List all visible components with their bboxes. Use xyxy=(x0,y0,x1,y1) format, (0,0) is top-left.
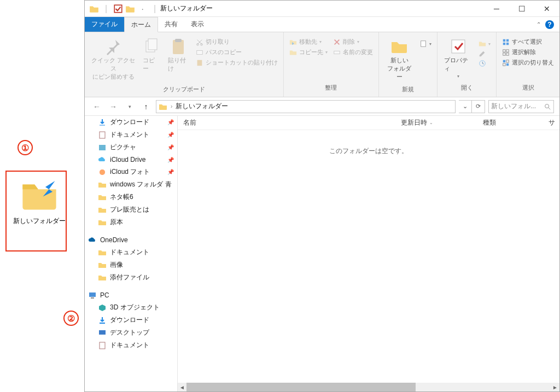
desktop-folder-label: 新しいフォルダー xyxy=(13,217,66,226)
paste-button[interactable]: 貼り付け xyxy=(167,36,190,75)
svg-rect-30 xyxy=(89,292,96,297)
svg-point-29 xyxy=(100,169,105,175)
address-folder-icon xyxy=(159,102,167,111)
tree-od-images[interactable]: 画像 xyxy=(85,259,177,271)
tree-pc-desktop[interactable]: デスクトップ xyxy=(85,326,177,339)
nav-row: ← → ▾ ↑ › 新しいフォルダー ⌄ ⟳ 新しいフォル... xyxy=(85,97,559,116)
qat-checkbox-icon[interactable] xyxy=(113,4,123,14)
pin-icon: 📌 xyxy=(167,157,174,163)
copy-path-button[interactable]: パスのコピー xyxy=(196,48,278,56)
properties-button[interactable]: プロパティ ▾ xyxy=(443,36,473,81)
invert-selection-button[interactable]: 選択の切り替え xyxy=(502,58,554,67)
navigation-pane[interactable]: ダウンロード📌 ドキュメント📌 ピクチャ📌 iCloud Drive📌 iClo… xyxy=(85,116,178,391)
nav-recent-chevron[interactable]: ▾ xyxy=(123,100,136,113)
new-folder-button[interactable]: 新しい フォルダー xyxy=(384,36,415,83)
tree-genpon[interactable]: 原本 xyxy=(85,216,177,229)
pin-icon: 📌 xyxy=(167,144,174,150)
col-date[interactable]: 更新日時⌄ xyxy=(395,118,477,127)
help-button[interactable]: ? xyxy=(545,20,554,29)
address-dropdown[interactable]: ⌄ xyxy=(459,100,472,113)
qat-folder-icon[interactable] xyxy=(89,4,99,14)
pin-icon: 📌 xyxy=(167,132,174,138)
select-group-label: 選択 xyxy=(502,81,554,95)
new-group-label: 新規 xyxy=(384,83,432,97)
svg-rect-10 xyxy=(421,41,426,47)
svg-rect-20 xyxy=(506,52,509,55)
tree-pc-documents[interactable]: ドキュメント xyxy=(85,339,177,352)
svg-rect-21 xyxy=(503,60,505,62)
tree-icloud-photo[interactable]: iCloud フォト📌 xyxy=(85,166,177,178)
tree-pictures[interactable]: ピクチャ📌 xyxy=(85,141,177,154)
crumb-sep-0[interactable]: › xyxy=(171,103,172,109)
tree-icloud-drive[interactable]: iCloud Drive📌 xyxy=(85,154,177,166)
tab-share[interactable]: 共有 xyxy=(158,17,184,32)
search-icon xyxy=(544,103,551,110)
tab-home[interactable]: ホーム xyxy=(124,17,158,32)
tab-file[interactable]: ファイル xyxy=(85,17,124,32)
nav-back[interactable]: ← xyxy=(90,100,103,113)
svg-rect-16 xyxy=(506,42,509,44)
tree-pc-downloads[interactable]: ダウンロード xyxy=(85,314,177,326)
pin-to-quick-access[interactable]: クイック アクセス にピン留めする xyxy=(90,36,136,83)
delete-button[interactable]: 削除▾ xyxy=(333,38,373,46)
new-item-button[interactable]: ▾ xyxy=(419,40,431,48)
svg-rect-8 xyxy=(197,60,202,66)
ribbon: クイック アクセス にピン留めする コピー 貼り付け 切り取り パスのコピー シ… xyxy=(85,32,559,97)
crumb-current[interactable]: 新しいフォルダー xyxy=(176,102,228,111)
svg-rect-9 xyxy=(334,51,340,54)
annotation-1: ① xyxy=(18,140,33,155)
tree-onedrive[interactable]: OneDrive xyxy=(85,234,177,246)
copy-button[interactable]: コピー xyxy=(142,36,161,75)
svg-point-25 xyxy=(545,104,549,108)
tree-od-docs[interactable]: ドキュメント xyxy=(85,246,177,259)
maximize-button[interactable]: ☐ xyxy=(509,1,534,17)
rename-button[interactable]: 名前の変更 xyxy=(333,48,373,56)
copy-label: コピー xyxy=(143,56,160,73)
empty-folder-message: このフォルダーは空です。 xyxy=(178,130,559,383)
svg-rect-33 xyxy=(100,342,105,349)
qat-folder-icon-2[interactable] xyxy=(125,4,135,14)
desktop-folder-shortcut[interactable]: 新しいフォルダー xyxy=(13,175,66,226)
ribbon-tabs: ファイル ホーム 共有 表示 ⌃ ? xyxy=(85,17,559,32)
open-button[interactable]: ▾ xyxy=(479,40,491,48)
refresh-button[interactable]: ⟳ xyxy=(472,100,485,113)
select-none-button[interactable]: 選択解除 xyxy=(502,48,554,56)
nav-forward: → xyxy=(107,100,120,113)
tree-neta6[interactable]: ネタ帳6 xyxy=(85,191,177,203)
svg-rect-15 xyxy=(503,42,505,44)
pin-label: クイック アクセス にピン留めする xyxy=(91,56,135,81)
tree-documents[interactable]: ドキュメント📌 xyxy=(85,128,177,141)
horizontal-scrollbar[interactable]: ◄► xyxy=(178,383,559,391)
ribbon-collapse-chevron[interactable]: ⌃ xyxy=(536,21,541,27)
select-all-button[interactable]: すべて選択 xyxy=(502,38,554,46)
cut-button[interactable]: 切り取り xyxy=(196,38,278,46)
svg-rect-22 xyxy=(506,63,509,65)
tree-pc-3d[interactable]: 3D オブジェクト xyxy=(85,301,177,314)
tree-windows-folder[interactable]: windows フォルダ 青 xyxy=(85,178,177,191)
move-to-button[interactable]: 移動先▾ xyxy=(289,38,328,46)
tree-pc[interactable]: PC xyxy=(85,289,177,301)
titlebar: | ⬩ | 新しいフォルダー ─ ☐ ✕ xyxy=(85,1,559,17)
clipboard-group-label: クリップボード xyxy=(90,83,278,97)
paste-shortcut-button[interactable]: ショートカットの貼り付け xyxy=(196,58,278,67)
col-name[interactable]: 名前 xyxy=(178,118,395,127)
tree-presale[interactable]: プレ販売とは xyxy=(85,203,177,216)
svg-rect-11 xyxy=(452,40,465,53)
close-button[interactable]: ✕ xyxy=(534,1,559,17)
edit-button[interactable] xyxy=(479,50,491,57)
svg-rect-24 xyxy=(503,63,505,65)
nav-up[interactable]: ↑ xyxy=(139,100,153,113)
col-size[interactable]: サ xyxy=(543,118,559,127)
tab-view[interactable]: 表示 xyxy=(184,17,211,32)
history-button[interactable] xyxy=(479,60,491,67)
copy-to-button[interactable]: コピー先▾ xyxy=(289,48,328,56)
col-type[interactable]: 種類 xyxy=(477,118,543,127)
window-title: 新しいフォルダー xyxy=(158,4,213,13)
search-box[interactable]: 新しいフォル... xyxy=(488,100,554,113)
svg-rect-2 xyxy=(148,39,157,50)
tree-od-attach[interactable]: 添付ファイル xyxy=(85,271,177,284)
minimize-button[interactable]: ─ xyxy=(484,1,509,17)
qat-overflow[interactable]: ⬩ xyxy=(137,4,147,14)
address-bar[interactable]: › 新しいフォルダー xyxy=(156,100,456,113)
tree-downloads[interactable]: ダウンロード📌 xyxy=(85,116,177,128)
